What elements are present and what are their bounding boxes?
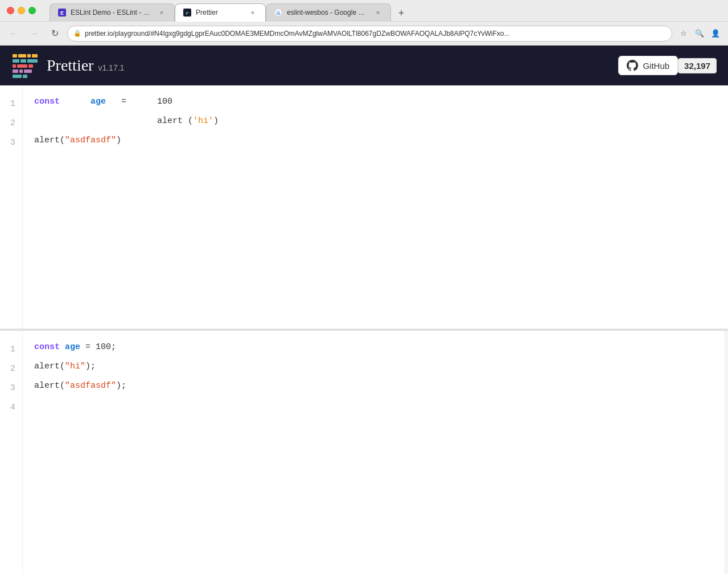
main-content: 1 2 3 const age = 100 alert ('hi') alert… [0, 85, 728, 574]
tabs-bar: E ESLint Demo - ESLint - Plugga... × P P… [50, 0, 409, 22]
line-num-2: 2 [0, 114, 22, 133]
var-age-1: age [91, 97, 106, 106]
github-label: GitHub [643, 61, 669, 71]
prettier-favicon: P [183, 9, 191, 17]
output-line-3: alert("asdfasdf"); [34, 376, 713, 396]
svg-rect-6 [13, 54, 17, 58]
new-tab-button[interactable]: + [393, 6, 409, 22]
svg-rect-19 [13, 75, 22, 78]
svg-text:P: P [186, 11, 189, 16]
address-bar[interactable]: 🔒 prettier.io/playground/#N4Igxg9gdgLgpr… [67, 26, 672, 42]
header-right: GitHub 32,197 [618, 56, 717, 75]
output-line-1: const age = 100; [34, 338, 713, 357]
bookmark-button[interactable]: ☆ [677, 27, 690, 40]
tab-eslint[interactable]: E ESLint Demo - ESLint - Plugga... × [50, 3, 175, 22]
line-num-3: 3 [0, 133, 22, 153]
out-line-num-4: 4 [0, 398, 22, 417]
output-code-area[interactable]: const age = 100; alert("hi"); alert("asd… [23, 331, 725, 574]
back-button[interactable]: ← [6, 26, 22, 42]
input-line-numbers: 1 2 3 [0, 85, 23, 329]
svg-rect-11 [20, 59, 26, 63]
input-code-area[interactable]: const age = 100 alert ('hi') alert("asdf… [23, 85, 728, 329]
svg-text:G: G [276, 10, 280, 16]
svg-rect-9 [32, 54, 38, 58]
fn-alert-1: alert [157, 116, 183, 126]
line-num-1: 1 [0, 95, 22, 114]
out-line-num-1: 1 [0, 340, 22, 359]
op-equals-1: = [121, 97, 126, 106]
tab-prettier-close[interactable]: × [248, 8, 257, 17]
str-hi: 'hi' [193, 116, 213, 126]
svg-rect-8 [27, 54, 31, 58]
input-line-1: const age = 100 [34, 92, 717, 112]
app-title-group: Prettier v1.17.1 [47, 56, 124, 75]
forward-button[interactable]: → [26, 26, 42, 42]
browser-toolbar: ☆ 🔍 👤 [677, 27, 722, 40]
input-line-3: alert("asdfasdf") [34, 131, 717, 150]
maximize-button[interactable] [28, 7, 36, 14]
browser-window: E ESLint Demo - ESLint - Plugga... × P P… [0, 0, 728, 574]
out-str-hi: "hi" [65, 362, 85, 371]
svg-rect-15 [28, 64, 33, 68]
app-title: Prettier [47, 56, 93, 75]
close-button[interactable] [7, 7, 14, 14]
profile-button[interactable]: 👤 [709, 27, 722, 40]
svg-rect-16 [13, 69, 18, 73]
out-fn-alert-2: alert [34, 381, 60, 391]
svg-rect-20 [23, 75, 27, 78]
tab-eslint-title: ESLint Demo - ESLint - Plugga... [71, 9, 153, 17]
input-editor-pane: 1 2 3 const age = 100 alert ('hi') alert… [0, 85, 728, 330]
out-line-num-2: 2 [0, 359, 22, 379]
svg-rect-10 [13, 59, 19, 63]
lock-icon: 🔒 [73, 30, 81, 37]
minimize-button[interactable] [18, 7, 25, 14]
out-fn-alert-1: alert [34, 362, 60, 371]
output-line-2: alert("hi"); [34, 357, 713, 376]
svg-rect-14 [17, 64, 27, 68]
tab-prettier[interactable]: P Prettier × [175, 3, 266, 22]
address-text: prettier.io/playground/#N4Igxg9gdgLgprEA… [85, 30, 666, 38]
svg-rect-13 [13, 64, 16, 68]
github-button[interactable]: GitHub [618, 56, 678, 75]
svg-rect-18 [24, 69, 32, 73]
eslint-favicon: E [58, 9, 66, 17]
right-scrollbar-area [725, 331, 728, 574]
reload-button[interactable]: ↻ [47, 26, 63, 42]
fn-alert-2: alert [34, 136, 60, 145]
out-keyword-const: const [34, 342, 60, 352]
output-editor-pane: 1 2 3 4 const age = 100; alert("hi"); al… [0, 331, 728, 574]
github-count: 32,197 [678, 58, 717, 73]
tab-google[interactable]: G eslint-wesbos - Google Search × [266, 3, 391, 22]
app-version: v1.17.1 [98, 63, 124, 72]
github-icon [627, 60, 638, 71]
title-bar: E ESLint Demo - ESLint - Plugga... × P P… [0, 0, 728, 22]
svg-rect-7 [18, 54, 26, 58]
out-str-asdfasdf: "asdfasdf" [65, 381, 116, 391]
input-line-2: alert ('hi') [34, 112, 717, 131]
google-favicon: G [274, 9, 282, 17]
svg-rect-17 [19, 69, 23, 73]
out-line-num-3: 3 [0, 379, 22, 398]
tab-google-title: eslint-wesbos - Google Search [287, 9, 369, 17]
tab-eslint-close[interactable]: × [157, 8, 166, 17]
keyword-const-1: const [34, 97, 60, 106]
str-asdfasdf-1: "asdfasdf" [65, 136, 116, 145]
app-header: Prettier v1.17.1 GitHub 32,197 [0, 46, 728, 85]
app-logo-area: Prettier v1.17.1 [11, 52, 124, 79]
tab-prettier-title: Prettier [196, 9, 244, 17]
address-bar-row: ← → ↻ 🔒 prettier.io/playground/#N4Igxg9g… [0, 22, 728, 46]
num-100: 100 [157, 97, 172, 106]
traffic-lights [7, 7, 36, 14]
svg-text:E: E [60, 10, 64, 16]
tab-google-close[interactable]: × [373, 8, 382, 17]
zoom-button[interactable]: 🔍 [693, 27, 706, 40]
prettier-logo [11, 52, 39, 79]
out-var-age: age [65, 342, 80, 352]
svg-rect-12 [27, 59, 38, 63]
output-line-numbers: 1 2 3 4 [0, 331, 23, 574]
